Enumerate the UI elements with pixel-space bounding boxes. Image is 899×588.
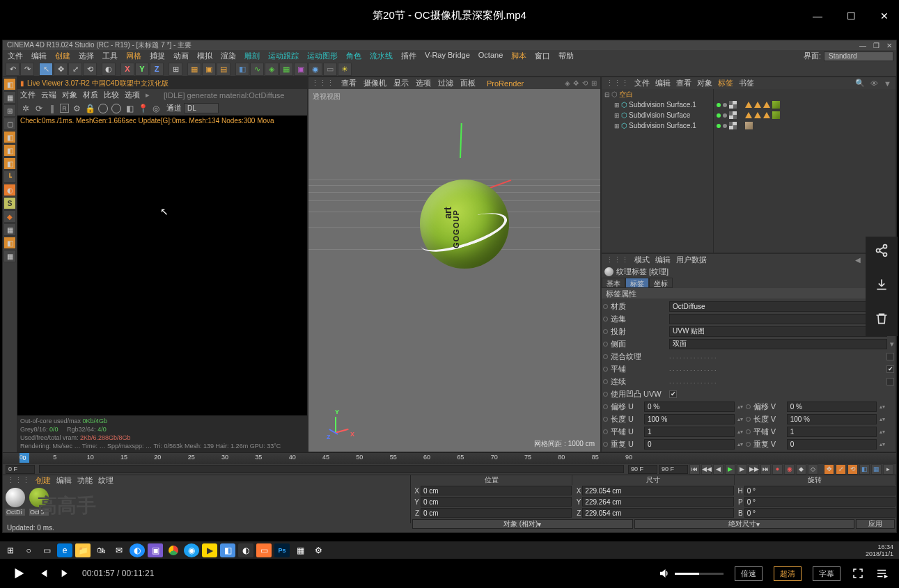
lv-circle2-icon[interactable]: [111, 103, 122, 114]
scale-tool-icon[interactable]: ⤢: [68, 63, 82, 76]
viewport-solo-icon[interactable]: ◐: [3, 184, 16, 196]
tl-record-icon[interactable]: ●: [772, 464, 783, 475]
coord-mode1-dropdown[interactable]: 对象 (相对) ▾: [412, 519, 633, 529]
rotate-tool-icon[interactable]: ⟲: [83, 63, 97, 76]
menu-item-9[interactable]: 渲染: [219, 50, 238, 62]
workplane-icon[interactable]: ⊞: [3, 104, 16, 117]
move-tool-icon[interactable]: ✥: [54, 63, 68, 76]
explorer-icon[interactable]: 📁: [75, 543, 91, 557]
nurbs-icon[interactable]: ◈: [265, 63, 279, 76]
tree-row-0[interactable]: ⊟⬡空白: [602, 89, 713, 100]
vp-menu-camera[interactable]: 摄像机: [363, 78, 386, 88]
menu-item-11[interactable]: 运动跟踪: [266, 50, 301, 62]
lv-pin-icon[interactable]: 📍: [137, 103, 148, 114]
lv-render-area[interactable]: ↖: [17, 126, 307, 415]
lv-refresh-icon[interactable]: ⟳: [33, 103, 45, 114]
offset-u-field[interactable]: 0 %: [644, 402, 735, 412]
app2-icon[interactable]: ▣: [148, 543, 163, 557]
lv-menu-object[interactable]: 对象: [62, 90, 77, 100]
lv-send-icon[interactable]: ✲: [20, 103, 31, 114]
timeline-ruler[interactable]: 0 051015202530354045505560657075808590: [3, 453, 896, 464]
vp-menu-view[interactable]: 查看: [341, 78, 357, 88]
axis-y-icon[interactable]: Y: [135, 63, 149, 76]
fullscreen-icon[interactable]: [852, 567, 864, 580]
lv-menu-compare[interactable]: 比较: [104, 90, 119, 100]
light-icon[interactable]: ☀: [338, 63, 352, 76]
app-maximize-icon[interactable]: ❐: [873, 42, 880, 49]
texture-mode-icon[interactable]: ▦: [3, 91, 16, 104]
menu-item-19[interactable]: 窗口: [533, 50, 552, 62]
volume-icon[interactable]: [658, 567, 671, 580]
render-region-icon[interactable]: ▣: [202, 63, 216, 76]
lv-menu-options[interactable]: 选项: [125, 90, 140, 100]
lv-gear-icon[interactable]: ⚙: [71, 103, 82, 114]
model-mode-icon[interactable]: ◧: [3, 78, 16, 90]
poly-mode-icon[interactable]: ◧: [3, 131, 16, 143]
redo-icon[interactable]: ↷: [20, 63, 34, 76]
scene-icon[interactable]: ◉: [308, 63, 322, 76]
prev-button[interactable]: [38, 568, 49, 579]
select-tool-icon[interactable]: ↖: [39, 63, 53, 76]
rep-u-field[interactable]: 0: [644, 439, 735, 450]
tab-tag[interactable]: 标签: [625, 278, 649, 288]
mail-icon[interactable]: ✉: [111, 543, 127, 557]
om-tags[interactable]: 标签: [718, 78, 733, 88]
gizmo-y-axis[interactable]: [460, 123, 462, 158]
app-minimize-icon[interactable]: —: [859, 42, 866, 49]
tl-more-icon[interactable]: ▸: [883, 464, 893, 475]
ps-icon[interactable]: Ps: [274, 543, 290, 557]
app7-icon[interactable]: ▦: [292, 543, 308, 557]
length-v-field[interactable]: 100 %: [787, 414, 877, 424]
app1-icon[interactable]: ◐: [130, 543, 145, 557]
tile-u-field[interactable]: 1: [644, 427, 735, 437]
rot-Y[interactable]: 0 °: [744, 497, 896, 507]
material-item-0[interactable]: OctDi: [5, 488, 26, 516]
size-X[interactable]: 229.054 cm: [582, 486, 733, 495]
undo-icon[interactable]: ↶: [6, 63, 19, 76]
tl-rot-icon[interactable]: ⟲: [847, 464, 858, 475]
point-mode-icon[interactable]: ◧: [3, 144, 16, 157]
tennis-ball-object[interactable]: art GOGOUP: [420, 180, 509, 269]
om-edit[interactable]: 编辑: [655, 78, 671, 88]
menu-item-8[interactable]: 模拟: [195, 50, 214, 62]
om-eye-icon[interactable]: 👁: [870, 79, 878, 88]
frame-start-field[interactable]: 0 F: [6, 465, 35, 474]
lv-channel-dropdown[interactable]: DL: [184, 103, 219, 113]
menu-item-5[interactable]: 网格: [124, 50, 143, 62]
app4-icon[interactable]: ▶: [202, 543, 217, 557]
om-object[interactable]: 对象: [697, 78, 712, 88]
menu-item-1[interactable]: 编辑: [29, 50, 49, 62]
axis-x-icon[interactable]: X: [120, 63, 134, 76]
frame-end2-field[interactable]: 90 F: [659, 465, 688, 474]
camera-icon[interactable]: ▭: [323, 63, 337, 76]
array-icon[interactable]: ▦: [279, 63, 293, 76]
viewport-canvas[interactable]: 透视视图: [308, 89, 600, 452]
close-icon[interactable]: ✕: [877, 7, 892, 25]
am-edit[interactable]: 编辑: [655, 255, 671, 265]
misc3-icon[interactable]: ▦: [3, 250, 16, 262]
selection-field[interactable]: [669, 314, 887, 324]
app8-icon[interactable]: ⚙: [311, 543, 326, 557]
play-button[interactable]: [11, 566, 26, 581]
rot-X[interactable]: 0 °: [744, 486, 896, 495]
vp-menu-filter[interactable]: 过滤: [438, 78, 453, 88]
mm-func[interactable]: 功能: [77, 475, 93, 486]
menu-item-16[interactable]: V-Ray Bridge: [423, 50, 472, 62]
share-icon[interactable]: [875, 244, 889, 261]
tl-autokey-icon[interactable]: ◉: [784, 464, 795, 475]
repeat-checkbox[interactable]: [886, 378, 894, 386]
app-close-icon[interactable]: ✕: [886, 42, 892, 49]
vp-menu-panel[interactable]: 面板: [460, 78, 476, 88]
length-u-field[interactable]: 100 %: [644, 414, 735, 424]
download-icon[interactable]: [875, 278, 889, 295]
om-filter-icon[interactable]: ▼: [884, 79, 891, 88]
vp-nav-icons[interactable]: ◈ ✥ ⟲ ⊞: [565, 79, 597, 87]
pos-Y[interactable]: 0 cm: [421, 497, 572, 507]
am-back-icon[interactable]: ◀: [855, 256, 861, 264]
chrome-icon[interactable]: [166, 543, 181, 557]
projection-dropdown[interactable]: UVW 贴图: [669, 326, 887, 337]
subtitle-button[interactable]: 字幕: [813, 566, 841, 581]
tl-pos-icon[interactable]: ✥: [824, 464, 834, 475]
material-field[interactable]: OctDiffuse: [669, 301, 875, 312]
tl-play-icon[interactable]: ▶: [725, 464, 735, 475]
